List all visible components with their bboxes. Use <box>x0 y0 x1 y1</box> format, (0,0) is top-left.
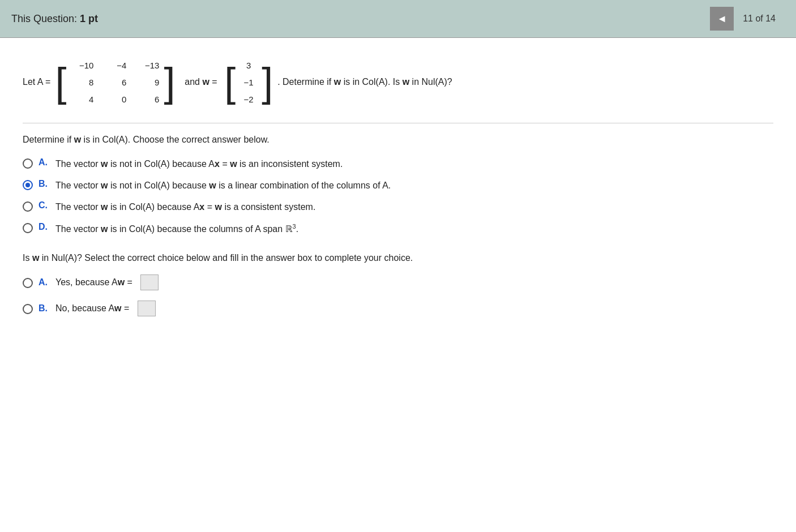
null-answer-box-B[interactable] <box>138 301 156 316</box>
problem-text-after: . Determine if w is in Col(A). Is w in N… <box>277 74 452 91</box>
col-text-A: The vector w is not in Col(A) because Ax… <box>55 157 343 171</box>
main-content: Let A = [ −10 −4 −13 8 6 9 4 0 6 ] and w… <box>0 38 796 339</box>
col-choice-D[interactable]: D. The vector w is in Col(A) because the… <box>23 222 773 236</box>
col-choices-group: A. The vector w is not in Col(A) because… <box>23 157 773 236</box>
matrix-A-r2c1: 0 <box>104 92 126 107</box>
null-letter-A: A. <box>38 277 50 288</box>
title-points: 1 pt <box>80 13 98 24</box>
matrix-w-r1: −1 <box>240 75 257 90</box>
col-choice-A[interactable]: A. The vector w is not in Col(A) because… <box>23 157 773 171</box>
bracket-left-w: [ <box>224 62 236 102</box>
matrix-A-r1c2: 9 <box>136 75 159 90</box>
navigation: ◄ 11 of 14 <box>710 7 785 31</box>
col-choice-C[interactable]: C. The vector w is in Col(A) because Ax … <box>23 200 773 214</box>
null-answer-box-A[interactable] <box>140 274 159 290</box>
col-letter-B: B. <box>38 179 50 189</box>
prev-question-button[interactable]: ◄ <box>710 7 734 31</box>
bracket-right-w: ] <box>262 62 273 102</box>
matrix-A-r0c0: −10 <box>71 58 93 73</box>
matrix-A-r2c0: 4 <box>71 92 93 107</box>
col-letter-A: A. <box>38 157 50 168</box>
col-radio-C[interactable] <box>23 201 33 212</box>
matrix-w-r2: −2 <box>240 92 257 107</box>
matrix-A-r0c2: −13 <box>136 58 159 73</box>
problem-statement: Let A = [ −10 −4 −13 8 6 9 4 0 6 ] and w… <box>23 55 773 109</box>
title-prefix: This Question: <box>11 13 77 24</box>
null-choices-group: A. Yes, because Aw = B. No, because Aw = <box>23 274 773 316</box>
col-letter-C: C. <box>38 200 50 211</box>
bracket-right-A: ] <box>164 62 175 102</box>
null-section: Is w in Nul(A)? Select the correct choic… <box>23 253 773 316</box>
col-letter-D: D. <box>38 222 50 232</box>
col-choice-B[interactable]: B. The vector w is not in Col(A) because… <box>23 179 773 192</box>
matrix-A-r1c0: 8 <box>71 75 93 90</box>
col-radio-A[interactable] <box>23 158 33 169</box>
bracket-left-A: [ <box>55 62 66 102</box>
matrix-A-r1c1: 6 <box>104 75 126 90</box>
question-title: This Question: 1 pt <box>11 13 98 25</box>
let-a-label: Let A = <box>23 74 50 91</box>
section2-label: Is w in Nul(A)? Select the correct choic… <box>23 253 773 263</box>
and-w-label: and w = <box>179 74 220 91</box>
null-choice-A[interactable]: A. Yes, because Aw = <box>23 274 773 290</box>
col-text-C: The vector w is in Col(A) because Ax = w… <box>55 200 315 214</box>
matrix-A-grid: −10 −4 −13 8 6 9 4 0 6 <box>66 55 164 109</box>
col-text-D: The vector w is in Col(A) because the co… <box>55 222 298 236</box>
null-choice-B[interactable]: B. No, because Aw = <box>23 301 773 316</box>
null-text-A: Yes, because Aw = <box>55 277 135 288</box>
question-header: This Question: 1 pt ◄ 11 of 14 <box>0 0 796 38</box>
divider-1 <box>23 123 773 123</box>
null-radio-B[interactable] <box>23 304 33 314</box>
col-text-B: The vector w is not in Col(A) because w … <box>55 179 391 192</box>
matrix-A: [ −10 −4 −13 8 6 9 4 0 6 ] <box>55 55 175 109</box>
matrix-A-r0c1: −4 <box>104 58 126 73</box>
col-radio-D[interactable] <box>23 223 33 233</box>
null-radio-A[interactable] <box>23 278 33 288</box>
matrix-w-r0: 3 <box>240 58 257 73</box>
section1-label: Determine if w is in Col(A). Choose the … <box>23 135 773 145</box>
null-text-B: No, because Aw = <box>55 303 132 314</box>
matrix-A-r2c2: 6 <box>136 92 159 107</box>
matrix-w: [ 3 −1 −2 ] <box>224 55 273 109</box>
col-radio-B[interactable] <box>23 180 33 190</box>
matrix-w-grid: 3 −1 −2 <box>236 55 262 109</box>
question-count: 11 of 14 <box>734 14 785 24</box>
null-letter-B: B. <box>38 303 50 314</box>
